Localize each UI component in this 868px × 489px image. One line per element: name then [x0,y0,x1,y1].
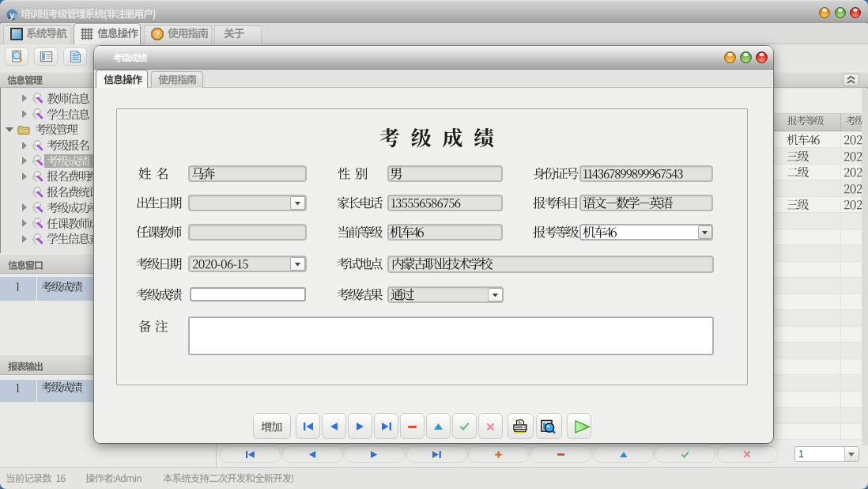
svg-text:y: y [9,11,14,20]
svg-text:?: ? [155,30,160,39]
